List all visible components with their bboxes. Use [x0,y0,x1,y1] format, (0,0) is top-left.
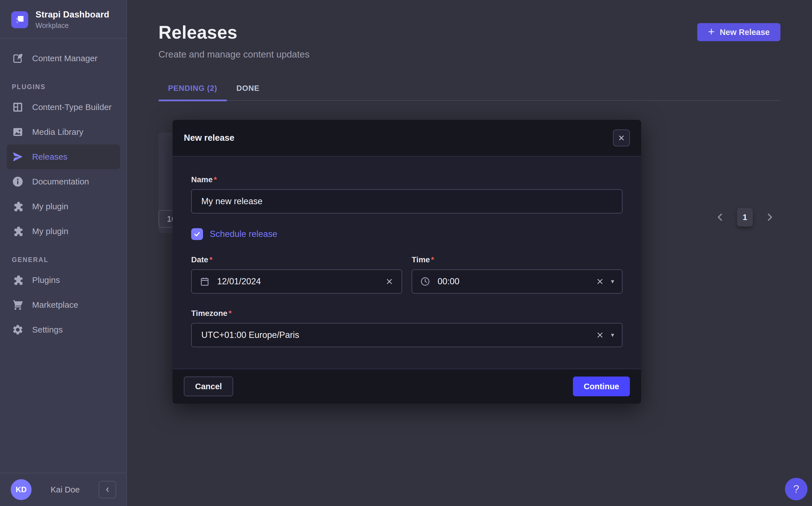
date-field-group: Date* 12/01/2024 [191,255,402,293]
time-label-text: Time [412,255,430,264]
content-manager-icon [12,53,24,64]
plugin-puzzle-icon [12,274,24,286]
required-asterisk: * [214,175,217,184]
time-picker[interactable]: 00:00 ▾ [412,269,622,293]
sidebar-item-settings[interactable]: Settings [0,317,126,342]
plugin-puzzle-icon [12,200,24,213]
sidebar-item-my-plugin-2[interactable]: My plugin [0,219,126,244]
tab-done[interactable]: DONE [227,84,269,100]
name-label: Name* [191,175,217,184]
time-value: 00:00 [437,276,596,286]
clear-date-icon[interactable] [385,277,394,286]
sidebar-item-label: Settings [32,325,63,335]
caret-down-icon[interactable]: ▾ [611,278,614,285]
sidebar: Strapi Dashboard Workplace Content Manag… [0,0,127,506]
plugin-puzzle-icon [12,225,24,237]
clock-icon [420,276,430,286]
sidebar-item-label: Releases [32,152,67,162]
marketplace-cart-icon [12,299,24,311]
sidebar-user-row: KD Kai Doe [0,473,126,506]
new-release-button-label: New Release [720,28,770,37]
pagination-next-button[interactable] [765,212,775,222]
date-time-row: Date* 12/01/2024 [191,255,622,293]
page-subtitle: Create and manage content updates [159,49,781,60]
main-content: Releases Create and manage content updat… [127,0,812,506]
sidebar-item-plugins[interactable]: Plugins [0,268,126,292]
sidebar-section-plugins: PLUGINS [0,71,126,95]
calendar-icon [200,276,210,286]
sidebar-item-content-type-builder[interactable]: Content-Type Builder [0,95,126,119]
content-type-builder-icon [12,101,24,113]
clear-time-icon[interactable] [596,277,604,286]
modal-header: New release [173,120,641,157]
strapi-logo-icon [11,11,28,28]
name-field-group: Name* [191,175,622,214]
date-picker[interactable]: 12/01/2024 [191,269,402,293]
sidebar-item-label: Content Manager [32,54,98,63]
continue-button[interactable]: Continue [573,376,630,396]
timezone-label: Timezone* [191,309,232,318]
strapi-logo-glyph [14,14,25,25]
sidebar-item-marketplace[interactable]: Marketplace [0,292,126,317]
sidebar-nav: Content Manager PLUGINS Content-Type Bui… [0,38,126,473]
pagination-page-1[interactable]: 1 [737,208,753,227]
schedule-release-toggle[interactable]: Schedule release [191,228,278,240]
timezone-label-text: Timezone [191,309,227,318]
modal-footer: Cancel Continue [173,369,641,404]
chevron-left-icon [104,486,111,493]
cancel-button[interactable]: Cancel [184,376,233,396]
releases-icon [12,151,24,163]
sidebar-item-media-library[interactable]: Media Library [0,119,126,145]
clear-timezone-icon[interactable] [596,331,604,339]
release-tabs: PENDING (2) DONE [159,84,781,101]
sidebar-item-releases[interactable]: Releases [7,145,120,169]
time-field-group: Time* 00:00 [412,255,622,293]
caret-down-icon[interactable]: ▾ [611,331,614,339]
sidebar-item-documentation[interactable]: Documentation [0,169,126,194]
help-button[interactable]: ? [785,478,808,500]
check-icon [193,231,201,238]
sidebar-item-my-plugin-1[interactable]: My plugin [0,194,126,219]
date-label: Date* [191,255,213,264]
sidebar-section-general: GENERAL [0,244,126,268]
user-name: Kai Doe [39,485,91,494]
schedule-release-checkbox[interactable] [191,228,203,240]
sidebar-collapse-button[interactable] [99,481,116,498]
workspace-switcher[interactable]: Strapi Dashboard Workplace [0,0,126,38]
pagination-prev-button[interactable] [715,212,725,222]
sidebar-item-label: Media Library [32,127,84,137]
workspace-subtitle: Workplace [35,21,109,29]
sidebar-item-content-manager[interactable]: Content Manager [0,46,126,71]
page-title: Releases [159,22,781,43]
sidebar-item-label: Marketplace [32,300,78,310]
brand-text: Strapi Dashboard Workplace [35,10,109,29]
settings-gear-icon [12,324,24,336]
media-library-icon [12,126,24,138]
page-header: Releases Create and manage content updat… [127,0,812,60]
date-value: 12/01/2024 [217,276,385,286]
strapi-dashboard-app: Strapi Dashboard Workplace Content Manag… [0,0,812,506]
tab-pending[interactable]: PENDING (2) [159,84,227,100]
chevron-left-icon [715,212,725,222]
date-label-text: Date [191,255,208,264]
name-input[interactable] [191,189,622,214]
required-asterisk: * [209,255,213,264]
timezone-field-group: Timezone* UTC+01:00 Europe/Paris ▾ [191,309,622,347]
name-label-text: Name [191,175,213,184]
timezone-select[interactable]: UTC+01:00 Europe/Paris ▾ [191,323,622,347]
schedule-release-label: Schedule release [210,229,278,239]
modal-title: New release [184,133,234,143]
time-label: Time* [412,255,434,264]
sidebar-item-label: Content-Type Builder [32,102,112,112]
new-release-button[interactable]: + New Release [697,23,781,41]
modal-close-button[interactable] [613,130,630,146]
required-asterisk: * [229,309,232,318]
close-icon [617,134,625,142]
sidebar-item-label: Plugins [32,275,60,285]
workspace-title: Strapi Dashboard [35,10,109,20]
user-avatar[interactable]: KD [11,479,31,500]
chevron-right-icon [765,212,775,222]
timezone-value: UTC+01:00 Europe/Paris [201,330,596,340]
documentation-icon [12,176,24,187]
required-asterisk: * [431,255,434,264]
